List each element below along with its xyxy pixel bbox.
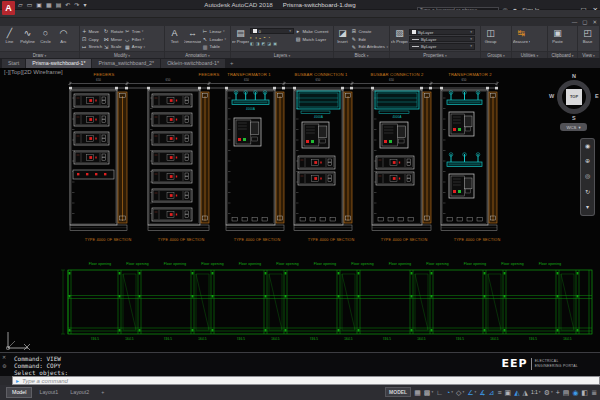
layer-tool-icon[interactable]: ◩ <box>262 41 266 46</box>
dynamic-input-icon[interactable]: ⊿ <box>489 388 495 397</box>
arc-button[interactable]: ◠Arc <box>55 27 72 51</box>
plot-icon[interactable]: ▤ <box>56 1 62 9</box>
panel-label-layers[interactable]: Layers▾ <box>231 51 333 58</box>
panel-label-groups[interactable]: Groups▾ <box>481 51 511 58</box>
viewcube-north[interactable]: N <box>572 73 576 79</box>
zoom-icon[interactable]: ◎ <box>585 173 590 180</box>
new-tab-button[interactable]: + <box>226 59 238 68</box>
viewcube-west[interactable]: W <box>549 93 554 99</box>
layout-tab-layout1[interactable]: Layout1 <box>34 388 63 397</box>
layer-tool-icon[interactable]: ◓ <box>263 35 265 40</box>
navigation-bar[interactable]: ◉⊕◎↻▾ <box>580 138 595 216</box>
panel-label-block[interactable]: Block▾ <box>334 51 389 58</box>
viewcube-south[interactable]: S <box>572 115 576 121</box>
panel-label-annotation[interactable]: Annotation▾ <box>165 51 230 58</box>
edit-button[interactable]: ✎Edit <box>351 36 388 43</box>
osnap-tracking-icon[interactable]: ∡ <box>479 388 485 397</box>
viewcube[interactable]: TOP N S W E <box>553 76 595 118</box>
panel-label-clipboard[interactable]: Clipboard▾ <box>548 51 577 58</box>
doc-restore-icon[interactable]: ▢ <box>582 18 587 26</box>
circle-button[interactable]: ○Circle <box>37 27 54 51</box>
pan-icon[interactable]: ⊕ <box>585 158 590 165</box>
text-button[interactable]: AText <box>166 27 183 51</box>
model-space-toggle[interactable]: MODEL <box>385 387 411 397</box>
file-tab-oklein-switchboard-1[interactable]: Oklein-switchboard-1* <box>161 59 225 68</box>
match-layer-button[interactable]: ▨Match Layer <box>295 36 329 43</box>
linetype-dropdown[interactable]: ByLayer▾ <box>409 43 475 49</box>
file-tab-start[interactable]: Start <box>2 59 25 68</box>
polyline-button[interactable]: ∿Polyline <box>19 27 36 51</box>
workspace-switching-icon[interactable]: ⚙▾ <box>544 388 553 397</box>
object-color-dropdown[interactable]: ByLayer▾ <box>409 29 475 35</box>
layer-tool-icon[interactable]: ◔ <box>268 35 270 40</box>
edit-attributes-button[interactable]: ✎Edit Attributes▾ <box>351 44 388 51</box>
wrench-icon[interactable]: ⚙ <box>2 364 6 369</box>
lineweight-icon[interactable]: ≡ <box>497 388 501 397</box>
annotation-monitor-icon[interactable]: + <box>556 388 560 397</box>
navigation-wheel-icon[interactable]: ◉ <box>585 143 590 150</box>
line-button[interactable]: ╱Line <box>1 27 18 51</box>
fillet-button[interactable]: ◡Fillet▾ <box>124 36 145 43</box>
leader-button[interactable]: ↖Leader▾ <box>202 36 226 43</box>
drawing-canvas[interactable]: [-][Top][2D Wireframe] 65065065065065065… <box>0 68 600 352</box>
dimension-button[interactable]: ↔Dimension <box>184 27 201 51</box>
layer-tool-icon[interactable]: ▣ <box>273 41 277 46</box>
table-button[interactable]: ▥Table <box>202 44 226 51</box>
command-input[interactable]: ▸ Type a command <box>12 376 600 385</box>
qat-menu-icon[interactable]: ▾ <box>83 1 86 9</box>
file-tab-prisma-switchboard-1[interactable]: Prisma-switchboard-1* <box>26 59 91 68</box>
save-icon[interactable]: ▣ <box>36 1 42 9</box>
panel-label-utilities[interactable]: Utilities▾ <box>512 51 547 58</box>
application-menu-button[interactable]: A <box>2 1 15 15</box>
make-current-button[interactable]: ▸Make Current <box>295 28 329 35</box>
undo-icon[interactable]: ↶ <box>65 1 70 9</box>
redo-icon[interactable]: ↷ <box>74 1 79 9</box>
lineweight-dropdown[interactable]: ByLayer▾ <box>409 36 475 42</box>
copy-button[interactable]: ⊡Copy <box>81 36 102 43</box>
doc-close-icon[interactable]: ✕ <box>592 18 597 26</box>
trim-button[interactable]: ✂Trim▾ <box>124 28 145 35</box>
layer-dropdown[interactable]: 0▾ <box>250 28 294 34</box>
clean-screen-icon[interactable]: ◧ <box>582 388 589 397</box>
osnap-icon[interactable]: ∠▾ <box>467 388 476 397</box>
group-button[interactable]: ◫Group <box>482 27 499 51</box>
annotation-scale[interactable]: 1:1▾ <box>531 389 541 395</box>
orbit-icon[interactable]: ↻ <box>585 189 590 196</box>
layer-properties-button[interactable]: ▤Layer Properties <box>232 27 249 51</box>
annotation-visibility-icon[interactable]: ◭ <box>514 388 519 397</box>
panel-label-draw[interactable]: Draw▾ <box>0 51 79 58</box>
match-properties-button[interactable]: ▧Match Properties <box>391 27 408 51</box>
selection-cycling-icon[interactable]: ▣ <box>505 388 512 397</box>
close-icon[interactable]: ✕ <box>2 355 6 360</box>
layer-tool-icon[interactable]: ◐ <box>250 35 252 40</box>
layout-tab-layout2[interactable]: Layout2 <box>65 388 94 397</box>
viewport-controls[interactable]: [-][Top][2D Wireframe] <box>4 69 63 75</box>
rotate-button[interactable]: ↻Rotate <box>103 28 123 35</box>
isodraft-icon[interactable]: ◇▾ <box>456 388 464 397</box>
stretch-button[interactable]: ↦Stretch <box>81 44 102 51</box>
graphics-performance-icon[interactable]: ◉ <box>572 388 578 397</box>
file-tab-prisma-switchboard-2[interactable]: Prisma_switchboard_2* <box>92 59 160 68</box>
annotation-autoscale-icon[interactable]: ◮ <box>523 388 528 397</box>
snap-icon[interactable]: ▩▾ <box>424 388 433 397</box>
insert-button[interactable]: ◪Insert <box>335 27 350 51</box>
base-button[interactable]: ◰Base <box>579 27 596 51</box>
new-layout-button[interactable]: + <box>96 388 109 397</box>
new-file-icon[interactable]: ▱ <box>18 1 23 9</box>
mirror-button[interactable]: ⋈Mirror <box>103 36 123 43</box>
wcs-selector[interactable]: WCS ▾ <box>560 123 587 131</box>
layer-tool-icon[interactable]: ◑ <box>254 35 256 40</box>
open-file-icon[interactable]: ▭ <box>27 1 33 9</box>
layer-tool-icon[interactable]: ◒ <box>259 35 261 40</box>
measure-button[interactable]: ↹Measure ▾ <box>513 27 530 51</box>
save-as-icon[interactable]: ▦ <box>46 1 52 9</box>
linear-button[interactable]: ⊢Linear▾ <box>202 28 226 35</box>
panel-label-modify[interactable]: Modify▾ <box>80 51 164 58</box>
create-button[interactable]: ⊞Create <box>351 28 388 35</box>
quick-properties-icon[interactable]: ▤ <box>563 388 570 397</box>
paste-button[interactable]: ▣Paste <box>549 27 566 51</box>
viewcube-top-face[interactable]: TOP <box>566 89 582 105</box>
panel-label-properties[interactable]: Properties▾ <box>390 51 480 58</box>
layer-tool-icon[interactable]: ◪ <box>267 41 271 46</box>
ortho-icon[interactable]: ∟ <box>436 388 443 397</box>
